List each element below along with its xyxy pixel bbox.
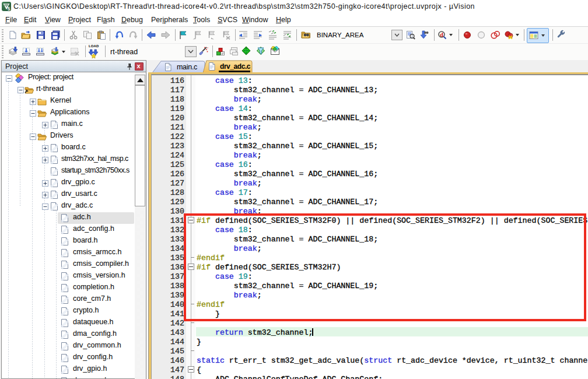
svg-text:d: d [440, 31, 443, 38]
svg-text:5: 5 [8, 6, 10, 11]
